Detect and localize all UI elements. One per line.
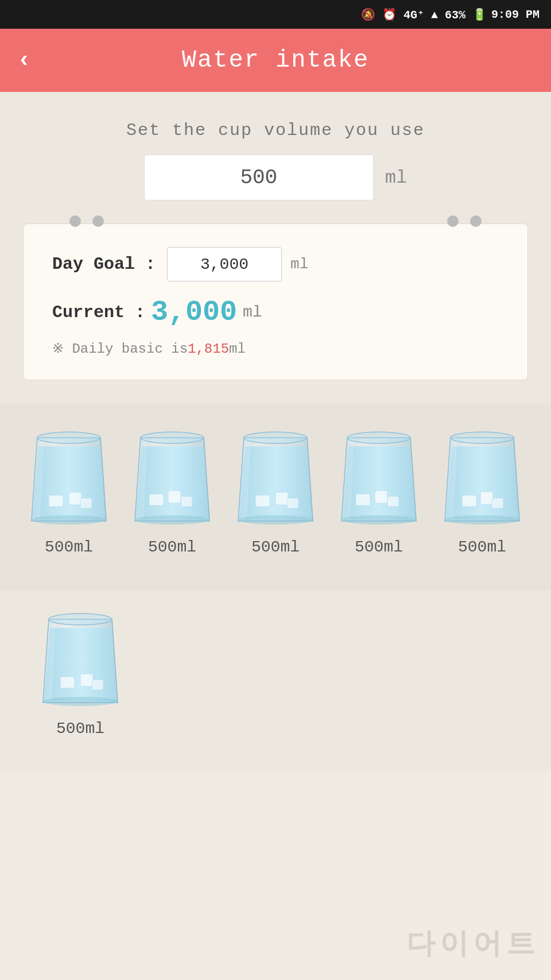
svg-point-4 (32, 515, 106, 524)
cup-volume-section: Set the cup volume you use ml (17, 121, 534, 200)
svg-rect-10 (255, 495, 270, 507)
glass-svg-5 (439, 426, 525, 530)
glass-label-6: 500ml (56, 720, 104, 738)
svg-point-28 (49, 614, 112, 625)
daily-basic-prefix: ※ Daily basic is (52, 341, 188, 357)
glass-svg-1 (26, 426, 112, 530)
watermark: 다이어트 (406, 924, 540, 963)
svg-rect-6 (168, 491, 181, 503)
glasses-section-1: 500ml (0, 403, 551, 591)
cup-volume-unit: ml (385, 167, 407, 188)
svg-point-29 (43, 697, 118, 706)
svg-rect-1 (69, 492, 82, 505)
svg-point-23 (451, 432, 514, 443)
glasses-section-2: 500ml (0, 591, 551, 772)
pin-right-2 (470, 215, 482, 227)
status-icons: 🔕 ⏰ 4G⁺ ▲ 63% 🔋 (361, 7, 487, 22)
glass-label-4: 500ml (355, 538, 403, 556)
daily-basic: ※ Daily basic is1,815ml (52, 340, 499, 357)
current-unit: ml (243, 303, 262, 321)
svg-rect-16 (375, 491, 387, 503)
cup-volume-label: Set the cup volume you use (17, 121, 534, 140)
svg-point-19 (342, 515, 416, 524)
cup-volume-input[interactable] (144, 155, 374, 200)
glass-item-5[interactable]: 500ml (430, 426, 534, 556)
svg-rect-11 (276, 492, 288, 505)
svg-point-13 (244, 432, 307, 443)
svg-rect-15 (356, 494, 370, 506)
svg-rect-27 (92, 680, 103, 690)
current-value: 3,000 (151, 296, 237, 329)
svg-rect-0 (49, 495, 63, 507)
svg-point-9 (135, 515, 209, 524)
header: ‹ Water intake (0, 29, 551, 92)
glass-svg-3 (232, 426, 319, 530)
svg-point-18 (347, 432, 410, 443)
day-goal-unit: ml (290, 256, 308, 273)
day-goal-row: Day Goal : ml (52, 247, 499, 281)
glass-label-3: 500ml (251, 538, 300, 556)
svg-rect-20 (462, 495, 476, 507)
current-row: Current : 3,000 ml (52, 296, 499, 329)
glass-label-1: 500ml (45, 538, 93, 556)
day-goal-label: Day Goal : (52, 254, 156, 274)
glass-svg-6 (37, 608, 123, 711)
back-button[interactable]: ‹ (17, 48, 31, 74)
glass-item-1[interactable]: 500ml (17, 426, 121, 556)
day-goal-input[interactable] (167, 247, 282, 281)
page-title: Water intake (182, 47, 369, 74)
svg-point-3 (37, 432, 100, 443)
svg-rect-26 (80, 674, 93, 686)
glasses-row-2: 500ml (17, 608, 534, 738)
main-content: Set the cup volume you use ml Day Goal :… (0, 92, 551, 403)
svg-point-14 (238, 515, 313, 524)
glass-svg-2 (129, 426, 215, 530)
glass-item-4[interactable]: 500ml (327, 426, 430, 556)
pin-right-1 (447, 215, 459, 227)
svg-point-24 (445, 515, 519, 524)
goal-card: Day Goal : ml Current : 3,000 ml ※ Daily… (23, 223, 528, 380)
glass-svg-4 (336, 426, 422, 530)
daily-basic-value: 1,815 (188, 341, 229, 357)
svg-rect-7 (181, 496, 192, 507)
glass-item-6[interactable]: 500ml (29, 608, 132, 738)
glasses-row-1: 500ml (17, 426, 534, 556)
glass-label-2: 500ml (148, 538, 196, 556)
svg-rect-2 (80, 498, 92, 508)
status-time: 9:09 PM (491, 8, 540, 21)
svg-rect-22 (492, 498, 503, 508)
svg-rect-25 (60, 677, 75, 688)
cup-volume-input-row: ml (17, 155, 534, 200)
svg-rect-17 (387, 496, 399, 507)
status-bar: 🔕 ⏰ 4G⁺ ▲ 63% 🔋 9:09 PM (0, 0, 551, 29)
glass-item-2[interactable]: 500ml (121, 426, 224, 556)
svg-rect-12 (287, 498, 298, 508)
svg-rect-5 (149, 494, 164, 506)
current-label: Current : (52, 303, 145, 322)
svg-point-8 (141, 432, 204, 443)
glass-label-5: 500ml (458, 538, 506, 556)
svg-rect-21 (480, 492, 493, 504)
daily-basic-suffix: ml (229, 341, 246, 357)
glass-item-3[interactable]: 500ml (224, 426, 327, 556)
